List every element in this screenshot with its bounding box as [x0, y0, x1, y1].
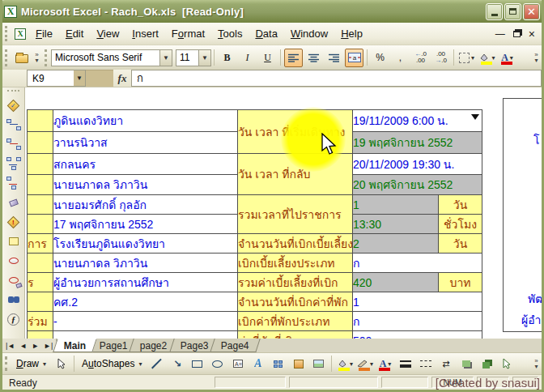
- cell-left-label[interactable]: [28, 215, 53, 234]
- last-sheet-button[interactable]: ►|: [44, 342, 53, 350]
- cell-school-name[interactable]: ภูดินแดงวิทยา: [53, 110, 238, 132]
- decrease-decimal-button[interactable]: .00→.0: [431, 49, 450, 67]
- show-watch-window-icon[interactable]: [5, 291, 23, 309]
- menu-edit[interactable]: Edit: [59, 25, 90, 42]
- dash-style-button[interactable]: [416, 355, 435, 373]
- error-checking-icon[interactable]: ✓: [5, 96, 23, 114]
- cell-level[interactable]: คศ.2: [53, 292, 238, 312]
- drawing-toolbar-grip[interactable]: [5, 356, 9, 371]
- cell-return-date-thai[interactable]: 20 พฤศจิกายน 2552: [353, 175, 482, 195]
- align-center-button[interactable]: [304, 49, 323, 67]
- tab-page4[interactable]: Page4: [210, 339, 261, 352]
- menu-tools[interactable]: Tools: [211, 25, 249, 42]
- close-button[interactable]: ✕: [523, 3, 540, 20]
- wordart-button[interactable]: A: [249, 355, 267, 373]
- cell-allowance-days-value[interactable]: 2: [353, 234, 439, 254]
- standard-toolbar-options-button[interactable]: »▾: [32, 52, 42, 63]
- bold-button[interactable]: B: [218, 49, 236, 67]
- cell-left-label[interactable]: [28, 110, 53, 132]
- label-lodging-type[interactable]: เบิกค่าที่พักประเภท: [238, 312, 353, 331]
- cell-total-allowance-value[interactable]: 420: [353, 273, 439, 292]
- menu-insert[interactable]: Insert: [125, 25, 165, 42]
- percent-style-button[interactable]: %: [371, 49, 389, 67]
- underline-button[interactable]: U: [258, 49, 277, 67]
- cell-person-name[interactable]: นายนภาดล วิภาวิน: [53, 175, 238, 195]
- font-size-dropdown-icon[interactable]: ▼: [198, 50, 210, 66]
- cell-person-name[interactable]: นายอมรศักดิ์ กุลอัก: [53, 195, 238, 215]
- trace-precedents-icon[interactable]: [5, 116, 23, 134]
- formula-input[interactable]: ก: [131, 70, 542, 87]
- cell-clipped[interactable]: [53, 331, 238, 339]
- menu-data[interactable]: Data: [249, 25, 283, 42]
- clip-art-button[interactable]: [289, 355, 308, 373]
- font-name-combo[interactable]: Microsoft Sans Serif▼: [51, 49, 172, 66]
- arrow-tool-button[interactable]: ↘: [168, 355, 186, 373]
- rectangle-tool-button[interactable]: [188, 355, 206, 373]
- align-right-button[interactable]: [325, 49, 343, 67]
- menu-view[interactable]: View: [90, 25, 125, 42]
- workbook-restore-button[interactable]: [513, 31, 521, 37]
- remove-precedent-arrows-icon[interactable]: [5, 135, 23, 153]
- cell-left-label[interactable]: ร่วม: [28, 312, 53, 331]
- name-box[interactable]: K9: [27, 70, 74, 87]
- cell-depart-datetime[interactable]: 19/11/2009 6:00 น.: [353, 110, 482, 132]
- menu-format[interactable]: Format: [165, 25, 211, 42]
- toolbar-grip[interactable]: [5, 26, 9, 41]
- cell-person-name[interactable]: นายนภาดล วิภาวิน: [53, 254, 238, 273]
- restore-button[interactable]: [504, 3, 521, 20]
- align-left-button[interactable]: [284, 49, 303, 67]
- cell-left-label[interactable]: [28, 254, 53, 273]
- cell-hours-value[interactable]: 13:30: [353, 215, 439, 234]
- label-allowance-type[interactable]: เบิกเบี้ยเลี้ยงประเภท: [238, 254, 353, 273]
- menu-file[interactable]: File: [29, 25, 59, 42]
- diagram-button[interactable]: [269, 355, 287, 373]
- line-tool-button[interactable]: [147, 355, 166, 373]
- cell-left-label[interactable]: [28, 292, 53, 312]
- label-lodging-amount[interactable]: ค่าที่พักที่เบิก: [238, 331, 353, 339]
- label-allowance-days[interactable]: จำนวนวันที่เบิกเบี้ยเลี้ยง: [238, 234, 353, 254]
- adjacent-form-area[interactable]: โ พัฒ ผู้อำน: [503, 98, 542, 332]
- circle-invalid-data-icon[interactable]: [5, 252, 23, 270]
- cell-left-label[interactable]: [28, 331, 53, 339]
- minimize-button[interactable]: [486, 3, 503, 20]
- autoshapes-menu-button[interactable]: AutoShapes▾: [77, 356, 147, 371]
- draw-line-color-button[interactable]: ▾: [355, 355, 374, 373]
- tab-main[interactable]: Main: [53, 339, 98, 352]
- cell-left-label[interactable]: ร: [28, 273, 53, 292]
- draw-font-color-button[interactable]: A ▾: [376, 355, 394, 373]
- workbook-minimize-button[interactable]: —: [495, 28, 505, 40]
- borders-button[interactable]: ▾: [457, 49, 476, 67]
- cell-depart-date-thai[interactable]: 19 พฤศจิกายน 2552: [353, 132, 482, 154]
- cell-lodging-days-value[interactable]: 1: [353, 292, 482, 312]
- draw-menu-button[interactable]: Draw▾: [11, 356, 51, 371]
- trace-dependents-icon[interactable]: [5, 155, 23, 173]
- label-total-duration[interactable]: รวมเวลาที่ไปราชการ: [238, 195, 353, 234]
- cell-position[interactable]: ผู้อำนวยการสถานศึกษา: [53, 273, 238, 292]
- label-return-datetime[interactable]: วัน เวลา ที่กลับ: [238, 154, 353, 195]
- cell-date[interactable]: 17 พฤศจิกายน 2552: [53, 215, 238, 234]
- arrow-style-button[interactable]: ⇄: [436, 355, 455, 373]
- oval-tool-button[interactable]: [208, 355, 227, 373]
- cell-left-label[interactable]: การ: [28, 234, 53, 254]
- italic-button[interactable]: I: [238, 49, 257, 67]
- select-objects-button[interactable]: [52, 355, 70, 373]
- increase-decimal-button[interactable]: ←.0.00: [411, 49, 430, 67]
- text-box-button[interactable]: A≡: [228, 355, 247, 373]
- formatting-toolbar-options-button[interactable]: »▾: [531, 52, 542, 63]
- prev-sheet-button[interactable]: ◄: [19, 342, 27, 350]
- title-bar[interactable]: X Microsoft Excel - Rach_Ok.xls [Read-On…: [0, 0, 544, 23]
- cell-district[interactable]: วานรนิวาส: [53, 132, 238, 154]
- unit-days[interactable]: วัน: [439, 195, 482, 215]
- font-color-button[interactable]: A ▾: [498, 49, 516, 67]
- cell-school[interactable]: โรงเรียนภูดินแดงวิทยา: [53, 234, 238, 254]
- formula-bar-splitter[interactable]: [86, 70, 113, 87]
- next-sheet-button[interactable]: ►: [32, 342, 39, 350]
- new-comment-icon[interactable]: [5, 232, 23, 250]
- cell-left-label[interactable]: [28, 132, 53, 154]
- open-button[interactable]: [12, 49, 31, 67]
- draw-fill-color-button[interactable]: ▾: [335, 355, 354, 373]
- threed-style-button[interactable]: [477, 355, 495, 373]
- shadow-style-button[interactable]: [457, 355, 475, 373]
- drawing-toolbar-options-button[interactable]: »▾: [531, 358, 542, 369]
- fill-color-button[interactable]: ▾: [478, 49, 496, 67]
